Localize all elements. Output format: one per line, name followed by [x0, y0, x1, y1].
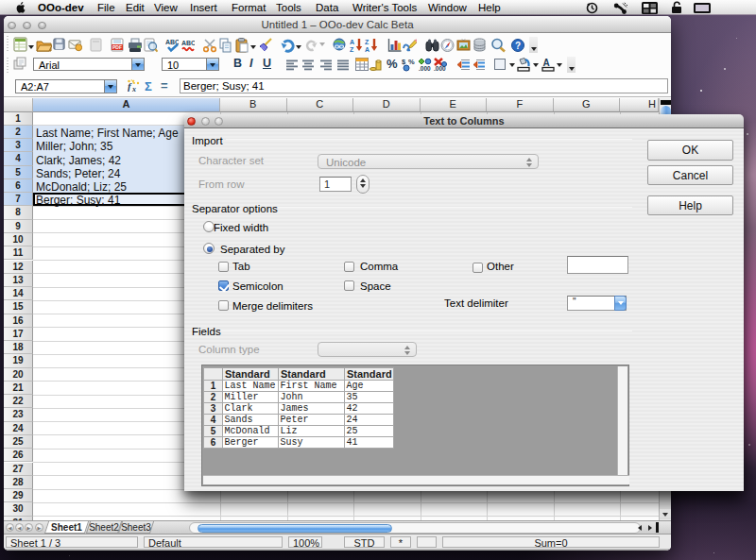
svg-text:x: x — [131, 85, 136, 93]
svg-text:A: A — [543, 58, 550, 68]
svg-text:Z: Z — [365, 39, 369, 45]
svg-text:?: ? — [515, 41, 521, 51]
svg-text:PDF: PDF — [112, 44, 122, 50]
svg-text:.000: .000 — [419, 65, 431, 72]
svg-text:A: A — [350, 39, 354, 45]
svg-text:ABC: ABC — [181, 40, 195, 46]
svg-text:A: A — [365, 46, 369, 53]
svg-text:%: % — [408, 58, 415, 66]
svg-text:.000: .000 — [434, 65, 446, 72]
svg-text:Z: Z — [350, 46, 354, 53]
